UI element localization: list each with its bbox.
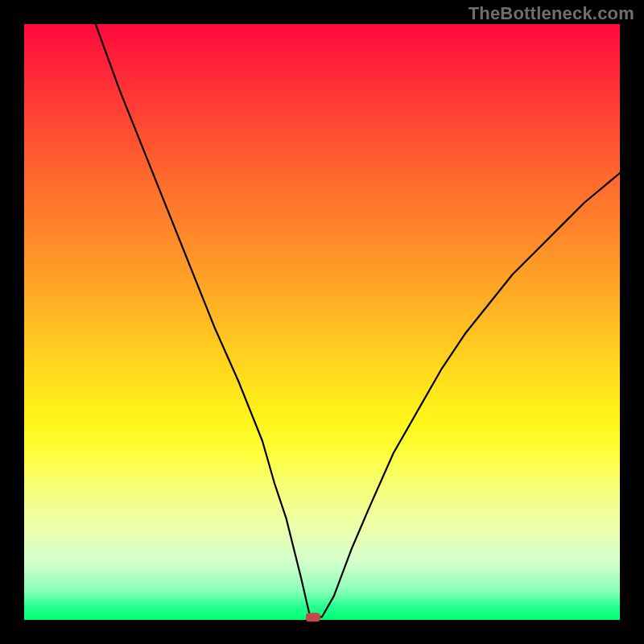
chart-background-gradient (24, 24, 620, 620)
minimum-marker (306, 613, 320, 621)
bottleneck-curve (96, 24, 620, 617)
chart-svg (24, 24, 620, 620)
chart-frame: TheBottleneck.com (0, 0, 644, 644)
watermark-text: TheBottleneck.com (469, 3, 634, 24)
